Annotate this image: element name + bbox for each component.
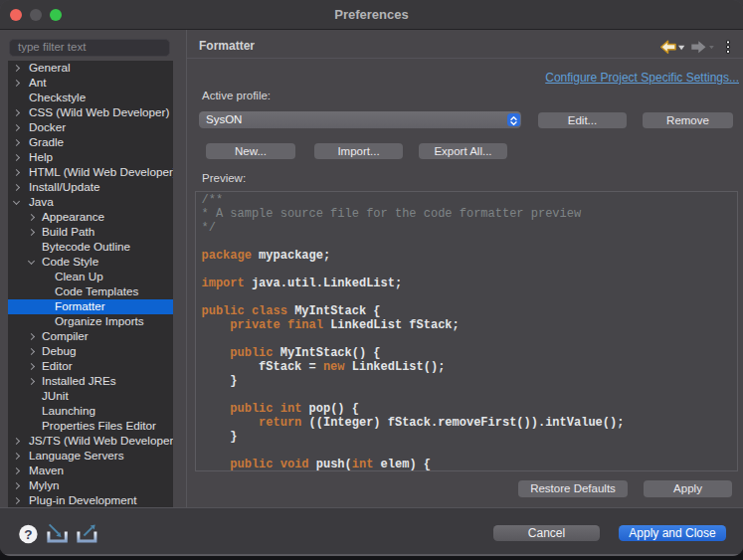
svg-text:?: ? bbox=[24, 527, 32, 542]
